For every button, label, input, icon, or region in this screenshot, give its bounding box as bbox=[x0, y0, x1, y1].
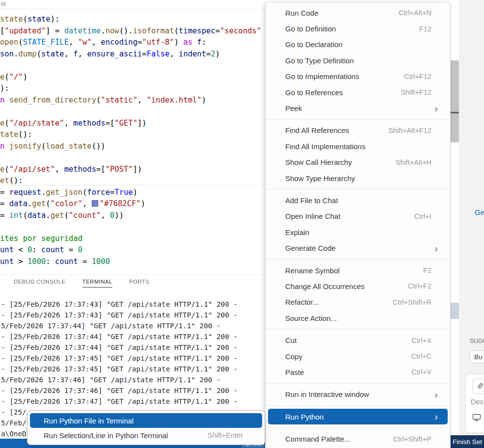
screen-context-button[interactable] bbox=[472, 414, 481, 423]
code-token: = bbox=[64, 245, 78, 254]
code-token: unt bbox=[0, 245, 14, 254]
code-token: unt bbox=[0, 257, 14, 266]
menu-item-run-code[interactable]: Run CodeCtrl+Alt+N bbox=[268, 5, 448, 21]
menu-item-rename-symbol[interactable]: Rename SymbolF2 bbox=[268, 263, 448, 278]
code-token: ]) bbox=[137, 119, 147, 128]
menu-item-source-action[interactable]: Source Action... bbox=[268, 310, 448, 326]
menu-item-label: Run Code bbox=[285, 9, 399, 17]
menu-item-label: Run Selection/Line in Python Terminal bbox=[44, 431, 208, 440]
code-token: ( bbox=[41, 142, 46, 151]
suggested-action-button[interactable]: Bu bbox=[469, 350, 484, 363]
code-token: ]) bbox=[133, 165, 142, 174]
terminal-line: 5/Feb/2026 17:37:44] "GET /api/state HTT… bbox=[1, 320, 238, 331]
menu-item-show-type-hierarchy[interactable]: Show Type Hierarchy bbox=[268, 170, 448, 186]
code-token: , bbox=[101, 211, 110, 220]
menu-item-explain[interactable]: Explain bbox=[268, 224, 448, 240]
code-line bbox=[0, 106, 261, 118]
menu-item-paste[interactable]: PasteCtrl+V bbox=[268, 364, 448, 380]
code-token: = bbox=[110, 188, 114, 197]
panel-tab-ports[interactable]: PORTS bbox=[129, 279, 149, 288]
menu-item-refactor[interactable]: Refactor...Ctrl+Shift+R bbox=[268, 294, 448, 310]
menu-item-go-to-implementations[interactable]: Go to ImplementationsCtrl+F12 bbox=[268, 69, 448, 84]
code-token: open bbox=[0, 38, 18, 47]
attach-button[interactable] bbox=[472, 379, 484, 394]
terminal-line: - [25/Feb/2026 17:37:46] "GET /api/state… bbox=[1, 385, 238, 396]
menu-item-run-python[interactable]: Run Python› bbox=[268, 409, 448, 424]
chevron-right-icon: › bbox=[434, 412, 442, 422]
code-token: "/api/set" bbox=[9, 165, 55, 174]
run-python-submenu: Run Python File in TerminalRun Selection… bbox=[27, 410, 265, 445]
code-token: e bbox=[0, 119, 4, 128]
terminal-line: 5/Feb/2026 17:37:46] "GET /api/state HTT… bbox=[1, 374, 238, 385]
code-token: 2 bbox=[211, 50, 215, 58]
menu-item-change-all-occurrences[interactable]: Change All OccurrencesCtrl+F2 bbox=[268, 278, 448, 294]
code-token: , bbox=[82, 199, 92, 208]
code-token: data bbox=[27, 211, 46, 220]
menu-item-run-python-file-in-terminal[interactable]: Run Python File in Terminal bbox=[30, 413, 262, 428]
menu-separator bbox=[266, 405, 450, 406]
code-token: ( bbox=[4, 165, 9, 174]
menu-item-shortcut: Ctrl+Shift+R bbox=[393, 298, 442, 306]
menu-item-label: Change All Occurrences bbox=[285, 282, 408, 290]
menu-item-go-to-declaration[interactable]: Go to Declaration bbox=[268, 37, 448, 53]
code-token: STATE_FILE bbox=[23, 38, 69, 47]
scrollbar-thumb[interactable] bbox=[451, 303, 459, 319]
code-token: load_state bbox=[46, 142, 91, 151]
menu-item-shortcut: Shift+Alt+H bbox=[396, 158, 442, 166]
menu-item-go-to-definition[interactable]: Go to DefinitionF12 bbox=[268, 21, 448, 36]
code-token: , bbox=[137, 96, 147, 105]
menu-item-shortcut: Shift+Alt+F12 bbox=[388, 127, 442, 134]
code-token: : bbox=[46, 257, 55, 266]
menu-item-go-to-type-definition[interactable]: Go to Type Definition bbox=[268, 53, 448, 68]
code-token: 0 bbox=[78, 245, 82, 254]
menu-item-cut[interactable]: CutCtrl+X bbox=[268, 332, 448, 348]
menu-item-shortcut: Ctrl+X bbox=[411, 337, 442, 344]
menu-item-command-palette[interactable]: Command Palette...Ctrl+Shift+P bbox=[268, 431, 448, 447]
scrollbar-thumb[interactable] bbox=[451, 60, 459, 142]
menu-item-generate-code[interactable]: Generate Code› bbox=[268, 240, 448, 256]
menu-item-copy[interactable]: CopyCtrl+C bbox=[268, 348, 448, 364]
code-token: = bbox=[0, 188, 9, 197]
code-line: e("/") bbox=[0, 72, 261, 83]
code-token: "/" bbox=[9, 73, 23, 81]
code-token: send_from_directory bbox=[9, 96, 96, 105]
chat-input-placeholder[interactable]: Des bbox=[471, 398, 484, 406]
code-token: ) bbox=[202, 96, 206, 105]
menu-item-label: Find All References bbox=[285, 126, 388, 134]
code-token: 1000 bbox=[92, 257, 110, 266]
tab-label-fragment[interactable]: et bbox=[1, 0, 6, 7]
code-editor[interactable]: state(state):["updated"] = datetime.now(… bbox=[0, 14, 261, 267]
menu-item-run-selection-line-in-python-terminal[interactable]: Run Selection/Line in Python TerminalShi… bbox=[30, 428, 262, 443]
code-token: "updated" bbox=[4, 26, 46, 35]
menu-item-run-in-interactive-window[interactable]: Run in Interactive window› bbox=[268, 387, 448, 402]
code-token: , bbox=[78, 50, 87, 58]
menu-item-show-call-hierarchy[interactable]: Show Call HierarchyShift+Alt+H bbox=[268, 155, 448, 170]
code-token: ensure_ascii bbox=[87, 50, 142, 58]
menu-item-label: Go to Declaration bbox=[285, 40, 442, 49]
code-token: get bbox=[32, 199, 46, 208]
code-token: . bbox=[41, 188, 46, 197]
menu-item-find-all-references[interactable]: Find All ReferencesShift+Alt+F12 bbox=[268, 123, 448, 138]
finish-setup-button[interactable]: Finish Set bbox=[451, 435, 484, 448]
code-line: e("/api/state", methods=["GET"]) bbox=[0, 118, 261, 130]
code-token: ) bbox=[174, 38, 184, 47]
menu-item-add-file-to-chat[interactable]: Add File to Chat bbox=[268, 192, 448, 208]
chat-link-fragment[interactable]: Ge bbox=[475, 208, 484, 216]
code-token: =[ bbox=[96, 165, 106, 174]
panel-tab-debug-console[interactable]: DEBUG CONSOLE bbox=[14, 279, 66, 288]
code-token: ( bbox=[4, 73, 9, 81]
code-line bbox=[0, 221, 261, 233]
code-token: "utf-8" bbox=[142, 38, 174, 47]
menu-item-label: Find All Implementations bbox=[285, 142, 442, 151]
menu-item-label: Run in Interactive window bbox=[285, 390, 434, 398]
menu-item-open-inline-chat[interactable]: Open Inline ChatCtrl+I bbox=[268, 209, 448, 224]
menu-item-peek[interactable]: Peek› bbox=[268, 100, 448, 116]
menu-item-label: Explain bbox=[285, 228, 442, 237]
menu-item-go-to-references[interactable]: Go to ReferencesShift+F12 bbox=[268, 84, 448, 100]
panel-tab-terminal[interactable]: TERMINAL bbox=[82, 279, 112, 288]
menu-item-find-all-implementations[interactable]: Find All Implementations bbox=[268, 138, 448, 154]
menu-item-label: Cut bbox=[285, 336, 411, 344]
menu-item-shortcut: Ctrl+F2 bbox=[408, 282, 442, 290]
code-token: = bbox=[0, 211, 9, 220]
code-token: = bbox=[206, 50, 211, 58]
